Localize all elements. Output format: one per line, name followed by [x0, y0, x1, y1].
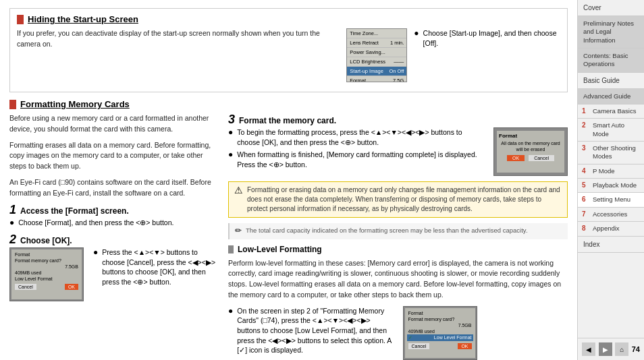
fs1-label: Format	[14, 251, 80, 258]
main-content: Hiding the Start-up Screen If you prefer…	[0, 0, 577, 360]
step-2-bullet: ● Press the <▲><▼> buttons to choose [Ca…	[93, 247, 219, 299]
bullet-dot: ●	[414, 28, 419, 48]
fs3-r2: 7.5GB	[407, 322, 473, 328]
formatting-right: 3 Format the memory card. ● To begin the…	[228, 113, 568, 360]
screen-row-3: Power Saving...	[347, 48, 406, 57]
step-3-content: ● To begin the formatting process, press…	[228, 127, 568, 176]
step-3-header: 3 Format the memory card.	[228, 113, 568, 125]
bullet-dot-s3b: ●	[228, 150, 233, 169]
lowlevel-bullet1: ● On the screen in step 2 of "Formatting…	[228, 306, 394, 355]
format-screen-1: Format Format memory card? 7.5GB 409MB u…	[9, 247, 84, 301]
step-3-bullet1: ● To begin the formatting process, press…	[228, 127, 484, 147]
nav-next-button[interactable]: ▶	[599, 342, 612, 356]
screen-row-4: LCD Brightness——	[347, 57, 406, 67]
screen-row-6: Format7.5G	[347, 76, 406, 82]
fs3-label: Format	[407, 310, 473, 316]
fs3-r1: Format memory card?	[407, 316, 473, 322]
step-2-title: Choose [OK].	[20, 236, 72, 245]
section-formatting-title: Formatting Memory Cards	[20, 99, 130, 109]
step-2-header: 2 Choose [OK].	[9, 233, 219, 245]
fs1-r4: Low Level Format	[14, 276, 80, 282]
step-3-bullets: ● To begin the formatting process, press…	[228, 127, 484, 176]
fs2-ok-btn[interactable]: OK	[507, 155, 525, 161]
step-2: 2 Choose [OK]. Format Format memory card…	[9, 233, 219, 301]
fs2-label: Format	[499, 133, 562, 139]
fs2-msg: All data on the memory card will be eras…	[499, 140, 562, 152]
step-1-bullet: ● Choose [Format], and then press the <⊕…	[9, 218, 219, 228]
startup-body: If you prefer, you can deactivate displa…	[17, 28, 337, 50]
step-2-content: Format Format memory card? 7.5GB 409MB u…	[9, 247, 219, 301]
fs3-cancel[interactable]: Cancel	[408, 343, 430, 349]
warning-icon: ⚠	[234, 185, 243, 195]
sidebar-item-ch4[interactable]: 4 P Mode	[578, 164, 644, 179]
sidebar-item-index[interactable]: Index	[578, 237, 644, 253]
fs2-buttons: OK Cancel	[499, 155, 562, 161]
note-icon: ✏	[235, 226, 242, 237]
lowlevel-bottom: ● On the screen in step 2 of "Formatting…	[228, 306, 568, 360]
fs1-btns: Cancel OK	[14, 283, 80, 291]
sidebar: Cover Preliminary Notes and Legal Inform…	[577, 0, 644, 360]
step-2-number: 2	[9, 233, 16, 245]
section-startup: Hiding the Start-up Screen If you prefer…	[9, 8, 568, 92]
sidebar-item-ch6[interactable]: 6 Setting Menu	[578, 193, 644, 207]
sidebar-item-prelim[interactable]: Preliminary Notes and Legal Information	[578, 16, 644, 49]
warning-text: Formatting or erasing data on a memory c…	[247, 185, 562, 214]
fs3-ok[interactable]: OK	[458, 343, 471, 349]
fs2-cancel-btn[interactable]: Cancel	[529, 155, 554, 161]
nav-home-button[interactable]: ⌂	[615, 342, 628, 356]
fs1-cancel[interactable]: Cancel	[15, 284, 36, 290]
step-1-header: 1 Access the [Format] screen.	[9, 204, 219, 216]
screen-inner: Time Zone... Lens Retract1 min. Power Sa…	[347, 29, 406, 82]
bullet-dot-ll1: ●	[228, 306, 233, 355]
note-box: ✏ The total card capacity indicated on t…	[228, 223, 568, 239]
formatting-left: Before using a new memory card or a card…	[9, 113, 219, 360]
sidebar-item-ch2[interactable]: 2 Smart Auto Mode	[578, 119, 644, 142]
sidebar-item-ch5[interactable]: 5 Playback Mode	[578, 179, 644, 193]
sidebar-item-ch3[interactable]: 3 Other Shooting Modes	[578, 142, 644, 164]
bullet-dot-s2: ●	[93, 247, 98, 299]
sidebar-item-advanced[interactable]: Advanced Guide	[578, 89, 644, 104]
lowlevel-text1: On the screen in step 2 of "Formatting M…	[237, 306, 393, 355]
step-2-text: Press the <▲><▼> buttons to choose [Canc…	[102, 247, 219, 299]
lowlevel-body: Perform low-level formatting in these ca…	[228, 258, 568, 301]
step-3-number: 3	[228, 113, 235, 125]
format-screen-1-inner: Format Format memory card? 7.5GB 409MB u…	[11, 249, 82, 299]
lowlevel-left: ● On the screen in step 2 of "Formatting…	[228, 306, 394, 360]
note-text: The total card capacity indicated on the…	[246, 226, 528, 237]
sidebar-item-ch1[interactable]: 1 Camera Basics	[578, 104, 644, 119]
section-startup-header: Hiding the Start-up Screen	[17, 14, 560, 24]
formatting-body3: An Eye-Fi card (□90) contains software o…	[9, 177, 219, 199]
fs1-r1: Format memory card?	[14, 258, 80, 264]
step-1-number: 1	[9, 204, 16, 216]
fs3-r4: ✓ Low Level Format	[407, 334, 473, 341]
fs3-btns: Cancel OK	[407, 342, 473, 350]
section-marker	[17, 15, 24, 24]
sidebar-item-cover[interactable]: Cover	[578, 0, 644, 16]
fs1-ok[interactable]: OK	[65, 284, 78, 290]
format-screen-3-inner: Format Format memory card? 7.5GB 409MB u…	[405, 308, 475, 358]
sidebar-item-ch7[interactable]: 7 Accessories	[578, 208, 644, 222]
format-screen-3: Format Format memory card? 7.5GB 409MB u…	[403, 306, 477, 360]
section-startup-title: Hiding the Start-up Screen	[28, 14, 138, 24]
nav-prev-button[interactable]: ◀	[582, 342, 595, 356]
startup-bullet-text: Choose [Start-up Image], and then choose…	[423, 28, 560, 48]
startup-bullet: ● Choose [Start-up Image], and then choo…	[414, 28, 560, 48]
sidebar-item-basic[interactable]: Basic Guide	[578, 73, 644, 89]
step-3-bullet2: ● When formatting is finished, [Memory c…	[228, 150, 484, 169]
fs3-r3: 409MB used	[407, 328, 473, 334]
screen-row-5: Start-up ImageOn Off	[347, 67, 406, 76]
bullet-dot-s1: ●	[9, 218, 14, 228]
section-marker-2	[9, 100, 16, 109]
step-3-text2: When formatting is finished, [Memory car…	[237, 150, 484, 169]
step-1-text: Choose [Format], and then press the <⊕> …	[18, 218, 173, 228]
fs1-r2: 7.5GB	[14, 264, 80, 270]
step-3-title: Format the memory card.	[239, 116, 336, 125]
step-3: 3 Format the memory card. ● To begin the…	[228, 113, 568, 176]
page-number: 74	[632, 345, 640, 353]
sidebar-item-ch8[interactable]: 8 Appendix	[578, 222, 644, 236]
startup-content: If you prefer, you can deactivate displa…	[17, 28, 560, 86]
sidebar-item-contents[interactable]: Contents: Basic Operations	[578, 49, 644, 73]
section-formatting: Formatting Memory Cards Before using a n…	[9, 99, 568, 360]
startup-image-area: Time Zone... Lens Retract1 min. Power Sa…	[346, 28, 560, 82]
step-3-text1: To begin the formatting process, press t…	[237, 127, 484, 147]
